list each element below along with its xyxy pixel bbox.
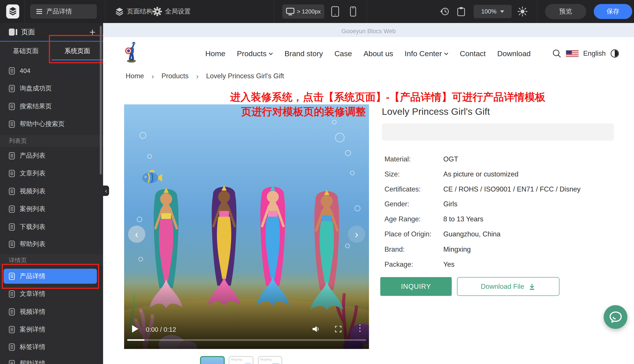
us-flag-icon[interactable] (566, 50, 579, 57)
sidebar-item-product-detail[interactable]: 产品详情 (4, 269, 97, 284)
sidebar-item-404[interactable]: 404 (0, 62, 103, 80)
tablet-icon (331, 6, 339, 17)
site-nav-utilities: English (552, 45, 620, 62)
spec-row-origin: Place of Origin:Guangzhou, China (384, 230, 500, 238)
sidebar-item-case-detail[interactable]: 案例详情 (0, 321, 103, 338)
play-button[interactable] (132, 325, 138, 332)
breakpoint-desktop-button[interactable]: > 1200px (282, 4, 324, 18)
canvas-watermark: Gooeyun Blocs Web (103, 28, 634, 35)
spec-row-material: Material:OGT (384, 155, 458, 164)
sidebar-item-help-search[interactable]: 帮助中心搜索页 (0, 115, 103, 133)
product-video-player[interactable]: ‹ › 0:00 / 0:12 ⋮ (124, 104, 369, 349)
zoom-level-dropdown[interactable]: 100% (474, 5, 512, 18)
phone-icon (350, 6, 356, 16)
editor-toolbar: 产品详情 页面结构 全局设置 > 1200px 100% (0, 0, 634, 23)
thumbnail-watermark: MingXing (260, 358, 272, 361)
editor-canvas: Gooeyun Blocs Web Home Products Brand st… (103, 23, 634, 364)
page-structure-button[interactable]: 页面结构 (115, 0, 153, 23)
nav-case[interactable]: Case (334, 49, 352, 58)
breakpoint-label: > 1200px (297, 8, 321, 15)
clipboard-icon (457, 7, 465, 16)
language-selector[interactable]: English (583, 50, 606, 58)
breakpoint-tablet-button[interactable] (331, 0, 339, 23)
nav-contact[interactable]: Contact (460, 49, 486, 58)
carousel-next-button[interactable]: › (348, 226, 365, 243)
sidebar-item-help-detail[interactable]: 帮助详情 (0, 355, 103, 364)
nav-brand-story[interactable]: Brand story (284, 49, 323, 58)
page-icon (9, 326, 15, 333)
spec-row-gender: Gender:Girls (384, 200, 458, 208)
sidebar-item-video-list[interactable]: 视频列表 (0, 182, 103, 200)
download-file-button[interactable]: Download File (457, 277, 560, 296)
sidebar-item-article-list[interactable]: 文章列表 (0, 164, 103, 182)
tab-basic-pages[interactable]: 基础页面 (0, 42, 52, 60)
volume-button[interactable] (312, 326, 320, 332)
breadcrumb-products[interactable]: Products (162, 72, 188, 80)
fullscreen-button[interactable] (335, 326, 342, 332)
page-icon (9, 120, 15, 128)
sidebar-item-tag-detail[interactable]: 标签详情 (0, 338, 103, 356)
spec-row-certificates: Certificates:CE / ROHS / ISO9001 / EN71 … (384, 185, 580, 194)
pages-sidebar: 页面 + 基础页面 系统页面 404 询盘成功页 搜索结果页 帮助中心搜索页 列… (0, 23, 103, 364)
sidebar-item-search-results[interactable]: 搜索结果页 (0, 98, 103, 115)
current-page-button[interactable]: 产品详情 (30, 4, 97, 18)
page-icon (9, 206, 15, 213)
chevron-right-icon: › (196, 72, 198, 80)
sun-icon (518, 6, 528, 16)
video-buffered (127, 339, 144, 341)
nav-about-us[interactable]: About us (364, 49, 393, 58)
sidebar-collapse-button[interactable]: ‹ (103, 186, 109, 196)
pages-panel-icon (8, 28, 18, 36)
save-label: 保存 (606, 7, 620, 16)
nav-products[interactable]: Products (237, 49, 273, 58)
page-icon (9, 290, 15, 298)
sidebar-item-download-list[interactable]: 下载列表 (0, 218, 103, 236)
chat-button[interactable] (604, 305, 627, 329)
sidebar-section-list-pages: 列表页 (0, 135, 103, 147)
search-icon[interactable] (552, 49, 562, 58)
inquiry-button[interactable]: INQUIRY (380, 277, 452, 296)
nav-download[interactable]: Download (497, 49, 531, 58)
page-icon (9, 170, 15, 177)
sidebar-item-inquiry-success[interactable]: 询盘成功页 (0, 80, 103, 97)
thumbnail-image-3[interactable]: MingXing (258, 356, 282, 364)
thumbnail-video-selected[interactable] (200, 356, 225, 364)
history-button[interactable] (439, 0, 450, 23)
breadcrumb-home[interactable]: Home (126, 72, 144, 80)
page-icon (9, 308, 15, 316)
sidebar-item-help-list[interactable]: 帮助列表 (0, 235, 103, 253)
sidebar-item-video-detail[interactable]: 视频详情 (0, 303, 103, 321)
nav-home[interactable]: Home (205, 49, 226, 58)
page-structure-label: 页面结构 (127, 7, 153, 16)
sidebar-scrollbar[interactable] (100, 26, 102, 174)
breadcrumb-current: Lovely Princess Girl's Gift (206, 72, 284, 80)
app-logo-icon[interactable] (6, 4, 19, 18)
sidebar-title: 页面 (21, 28, 35, 37)
sidebar-item-case-list[interactable]: 案例列表 (0, 200, 103, 218)
nav-info-center[interactable]: Info Center (404, 49, 448, 58)
sidebar-item-article-detail[interactable]: 文章详情 (0, 285, 103, 303)
save-button[interactable]: 保存 (594, 4, 632, 19)
thumbnail-image-2[interactable]: MingXing (228, 356, 254, 364)
global-settings-button[interactable]: 全局设置 (153, 0, 191, 23)
video-progress-bar[interactable] (127, 339, 366, 341)
sidebar-header: 页面 + (0, 23, 103, 41)
layers-icon (115, 7, 124, 16)
chevron-down-icon (444, 52, 448, 55)
product-summary-box (382, 124, 614, 141)
site-logo[interactable] (124, 42, 139, 64)
tutorial-annotation-line2: 页进行对模板页的装修调整 (241, 105, 366, 119)
breakpoint-phone-button[interactable] (350, 0, 356, 23)
tab-system-pages[interactable]: 系统页面 (52, 42, 103, 60)
carousel-prev-button[interactable]: ‹ (128, 226, 145, 243)
gear-icon (153, 7, 162, 16)
preview-button[interactable]: 预览 (545, 4, 586, 19)
theme-brightness-button[interactable] (518, 0, 528, 23)
toolbar-divider (274, 0, 274, 23)
global-settings-label: 全局设置 (165, 7, 191, 16)
clipboard-button[interactable] (457, 0, 465, 23)
add-page-button[interactable]: + (86, 23, 100, 41)
theme-toggle-icon[interactable] (610, 49, 620, 58)
kebab-menu-icon[interactable]: ⋮ (356, 323, 364, 332)
sidebar-item-product-list[interactable]: 产品列表 (0, 147, 103, 164)
